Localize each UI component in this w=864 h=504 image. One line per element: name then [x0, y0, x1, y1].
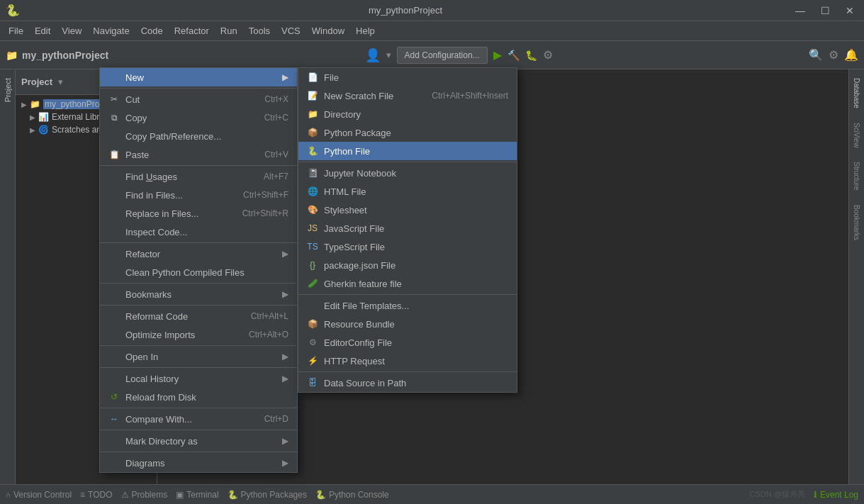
- ctx-find-in-files-label: Find in Files...: [125, 190, 237, 201]
- right-tab-database[interactable]: Database: [850, 72, 863, 114]
- sub-item-edit-file-templates[interactable]: Edit File Templates...: [298, 296, 517, 315]
- ctx-reformat-shortcut: Ctrl+Alt+L: [251, 311, 288, 321]
- sub-jupyter-icon: 📓: [307, 167, 318, 179]
- ctx-item-optimize-imports[interactable]: Optimize Imports Ctrl+Alt+O: [100, 325, 297, 344]
- search-everywhere-icon[interactable]: 🔍: [809, 48, 823, 62]
- sub-directory-label: Directory: [324, 109, 508, 120]
- event-log-label: Event Log: [820, 490, 858, 500]
- ctx-new-icon: [108, 72, 120, 83]
- ctx-item-replace-in-files[interactable]: Replace in Files... Ctrl+Shift+R: [100, 204, 297, 223]
- ctx-item-refactor[interactable]: Refactor ▶: [100, 245, 297, 263]
- status-event-log[interactable]: ℹ Event Log: [814, 490, 858, 500]
- sub-item-file[interactable]: 📄 File: [298, 68, 517, 86]
- close-button[interactable]: ✕: [841, 4, 858, 18]
- menu-refactor[interactable]: Refactor: [169, 23, 215, 39]
- ctx-item-copy-path[interactable]: Copy Path/Reference...: [100, 127, 297, 145]
- menu-vcs[interactable]: VCS: [276, 23, 306, 39]
- ctx-item-clean-python[interactable]: Clean Python Compiled Files: [100, 263, 297, 281]
- sub-item-python-package[interactable]: 📦 Python Package: [298, 123, 517, 142]
- ctx-copy-path-icon: [108, 130, 120, 142]
- menu-help[interactable]: Help: [350, 23, 381, 39]
- ctx-copy-path-label: Copy Path/Reference...: [125, 131, 288, 142]
- sub-item-typescript-file[interactable]: TS TypeScript File: [298, 237, 517, 256]
- ctx-item-inspect-code[interactable]: Inspect Code...: [100, 223, 297, 241]
- ctx-item-new[interactable]: New ▶: [100, 68, 297, 86]
- maximize-button[interactable]: ☐: [817, 4, 834, 18]
- menu-code[interactable]: Code: [135, 23, 169, 39]
- ctx-find-usages-label: Find Usages: [125, 172, 258, 182]
- debug-icon[interactable]: 🐛: [525, 50, 537, 61]
- sub-item-javascript-file[interactable]: JS JavaScript File: [298, 219, 517, 237]
- ctx-optimize-imports-icon: [108, 329, 120, 340]
- settings-icon[interactable]: ⚙: [543, 48, 553, 62]
- menu-file[interactable]: File: [3, 23, 29, 39]
- sub-item-http-request[interactable]: ⚡ HTTP Request: [298, 352, 517, 370]
- build-icon[interactable]: 🔨: [507, 50, 520, 61]
- watermark-text: CSDN @猿月亮: [750, 489, 805, 500]
- ctx-item-paste[interactable]: 📋 Paste Ctrl+V: [100, 145, 297, 164]
- minimize-button[interactable]: —: [791, 4, 809, 18]
- sub-item-packagejson-file[interactable]: {} package.json File: [298, 256, 517, 274]
- ctx-item-diagrams[interactable]: Diagrams ▶: [100, 454, 297, 472]
- add-configuration-button[interactable]: Add Configuration...: [397, 47, 488, 64]
- sub-item-jupyter[interactable]: 📓 Jupyter Notebook: [298, 164, 517, 182]
- ctx-item-find-usages[interactable]: Find Usages Alt+F7: [100, 167, 297, 186]
- ctx-item-local-history[interactable]: Local History ▶: [100, 369, 297, 388]
- settings-gear-icon[interactable]: ⚙: [829, 48, 838, 62]
- ctx-item-find-in-files[interactable]: Find in Files... Ctrl+Shift+F: [100, 186, 297, 204]
- right-tab-structure[interactable]: Structure: [850, 156, 863, 196]
- sub-item-data-source-in-path[interactable]: 🗄 Data Source in Path: [298, 374, 517, 392]
- terminal-icon: ▣: [176, 490, 184, 500]
- user-dropdown-icon[interactable]: ▾: [386, 50, 391, 60]
- menu-view[interactable]: View: [56, 23, 87, 39]
- ctx-item-copy[interactable]: ⧉ Copy Ctrl+C: [100, 108, 297, 127]
- title-bar-right: — ☐ ✕: [791, 4, 858, 18]
- ctx-item-bookmarks[interactable]: Bookmarks ▶: [100, 285, 297, 303]
- status-problems[interactable]: ⚠ Problems: [121, 490, 168, 500]
- menu-navigate[interactable]: Navigate: [87, 23, 135, 39]
- project-name-label: my_pythonProject: [22, 50, 108, 61]
- sub-item-editorconfig-file[interactable]: ⚙ EditorConfig File: [298, 333, 517, 352]
- menu-window[interactable]: Window: [306, 23, 350, 39]
- status-python-console[interactable]: 🐍 Python Console: [315, 490, 389, 500]
- sub-item-html-file[interactable]: 🌐 HTML File: [298, 182, 517, 201]
- ctx-item-reformat-code[interactable]: Reformat Code Ctrl+Alt+L: [100, 307, 297, 325]
- status-python-packages[interactable]: 🐍 Python Packages: [228, 490, 307, 500]
- notifications-icon[interactable]: 🔔: [844, 48, 858, 62]
- sub-html-icon: 🌐: [307, 186, 318, 197]
- sub-packagejson-label: package.json File: [324, 260, 508, 271]
- ctx-copy-label: Copy: [125, 113, 259, 123]
- user-icon[interactable]: 👤: [365, 47, 381, 63]
- sub-item-resource-bundle[interactable]: 📦 Resource Bundle: [298, 315, 517, 333]
- status-todo[interactable]: ≡ TODO: [80, 490, 112, 500]
- ctx-item-mark-directory-as[interactable]: Mark Directory as ▶: [100, 432, 297, 450]
- menu-run[interactable]: Run: [215, 23, 243, 39]
- sub-jupyter-label: Jupyter Notebook: [324, 168, 508, 179]
- run-icon[interactable]: ▶: [493, 48, 502, 62]
- sub-item-new-scratch-file[interactable]: 📝 New Scratch File Ctrl+Alt+Shift+Insert: [298, 86, 517, 105]
- left-sidebar-tabs: Project: [0, 69, 16, 484]
- ctx-optimize-imports-label: Optimize Imports: [125, 330, 243, 340]
- right-tab-bookmarks[interactable]: Bookmarks: [850, 199, 863, 246]
- sub-item-stylesheet[interactable]: 🎨 Stylesheet: [298, 201, 517, 219]
- menu-tools[interactable]: Tools: [243, 23, 276, 39]
- status-version-control[interactable]: ⑃ Version Control: [6, 490, 72, 500]
- ctx-item-reload-from-disk[interactable]: ↺ Reload from Disk: [100, 388, 297, 406]
- status-terminal[interactable]: ▣ Terminal: [176, 490, 218, 500]
- ctx-paste-icon: 📋: [108, 149, 120, 160]
- menu-edit[interactable]: Edit: [29, 23, 56, 39]
- panel-dropdown-icon[interactable]: ▾: [58, 77, 63, 87]
- ctx-item-open-in[interactable]: Open In ▶: [100, 347, 297, 366]
- ctx-item-cut[interactable]: ✂ Cut Ctrl+X: [100, 90, 297, 108]
- ctx-find-usages-icon: [108, 171, 120, 182]
- right-tab-sciview[interactable]: SciView: [850, 117, 863, 153]
- sub-item-gherkin-feature[interactable]: 🥒 Gherkin feature file: [298, 274, 517, 293]
- sub-packagejson-icon: {}: [307, 259, 318, 271]
- sub-item-directory[interactable]: 📁 Directory: [298, 105, 517, 123]
- ctx-item-compare-with[interactable]: ↔ Compare With... Ctrl+D: [100, 410, 297, 428]
- ctx-sep-8: [100, 408, 297, 408]
- left-tab-project[interactable]: Project: [1, 72, 15, 108]
- problems-icon: ⚠: [121, 490, 129, 500]
- menu-bar: File Edit View Navigate Code Refactor Ru…: [0, 21, 864, 41]
- sub-item-python-file[interactable]: 🐍 Python File: [298, 142, 517, 160]
